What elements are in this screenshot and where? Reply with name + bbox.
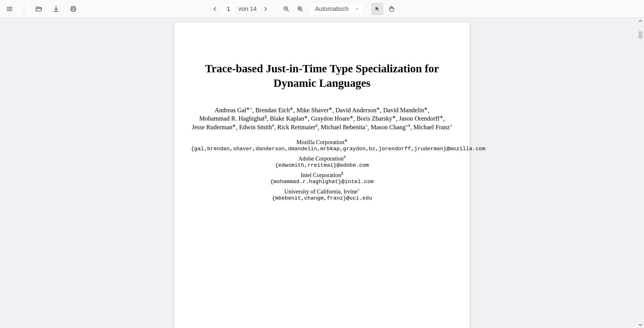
affiliation-name: Mozilla Corporation∗	[191, 139, 453, 146]
scroll-up-icon[interactable]	[638, 18, 643, 24]
scrollbar[interactable]	[637, 18, 644, 328]
print-icon	[70, 6, 77, 12]
affiliation-email: {edwsmith,rreitmai}@adobe.com	[191, 162, 453, 168]
open-file-button[interactable]	[33, 3, 45, 15]
affiliation-name: Intel Corporation$	[191, 172, 453, 179]
download-icon	[53, 6, 59, 12]
zoom-select-label: Automatisch	[315, 5, 349, 13]
scroll-thumb[interactable]	[638, 31, 642, 39]
scroll-down-icon[interactable]	[638, 322, 643, 328]
chevron-right-icon	[263, 6, 269, 12]
affiliation-name: Adobe Corporation#	[191, 155, 453, 162]
affiliation-block: University of California, Irvine+ {mbebe…	[191, 188, 453, 201]
menu-icon	[6, 6, 13, 12]
affiliation-email: {mohammad.r.haghighat}@intel.com	[191, 179, 453, 185]
page-count-label: von 14	[238, 5, 257, 13]
next-page-button[interactable]	[260, 3, 272, 15]
affiliation-email: {gal,brendan,shaver,danderson,dmandelin,…	[191, 146, 453, 152]
zoom-out-icon	[283, 6, 289, 12]
zoom-out-button[interactable]	[280, 3, 292, 15]
toolbar-center-group: von 14 Automatisch	[209, 3, 398, 15]
affiliation-block: Adobe Corporation# {edwsmith,rreitmai}@a…	[191, 155, 453, 168]
svg-line-6	[287, 10, 289, 11]
chevron-left-icon	[212, 6, 218, 12]
zoom-in-button[interactable]	[294, 3, 306, 15]
hand-icon	[388, 6, 394, 12]
toolbar-separator	[24, 5, 24, 13]
menu-button[interactable]	[3, 3, 16, 15]
print-button[interactable]	[67, 3, 79, 15]
affiliation-block: Mozilla Corporation∗ {gal,brendan,shaver…	[191, 139, 453, 152]
pdf-page: Trace-based Just-in-Time Type Specializa…	[174, 22, 470, 328]
paper-title: Trace-based Just-in-Time Type Specializa…	[191, 61, 453, 90]
svg-rect-3	[72, 6, 75, 8]
pdf-toolbar: von 14 Automatisch	[0, 0, 644, 18]
svg-line-9	[301, 10, 302, 11]
chevron-down-icon	[355, 7, 359, 11]
affiliation-block: Intel Corporation$ {mohammad.r.haghighat…	[191, 172, 453, 185]
author-line: Jesse Ruderman∗, Edwin Smith#, Rick Reit…	[191, 123, 453, 131]
author-line: Mohammad R. Haghighat$, Blake Kaplan∗, G…	[191, 114, 453, 123]
current-page-input[interactable]	[223, 4, 234, 14]
zoom-select[interactable]: Automatisch	[310, 3, 363, 15]
hand-tool-button[interactable]	[385, 3, 398, 15]
previous-page-button[interactable]	[209, 3, 221, 15]
author-line: Andreas Gal∗+, Brendan Eich∗, Mike Shave…	[191, 106, 453, 114]
zoom-in-icon	[297, 6, 303, 12]
paper-authors: Andreas Gal∗+, Brendan Eich∗, Mike Shave…	[191, 106, 453, 131]
pdf-viewer: Trace-based Just-in-Time Type Specializa…	[0, 18, 644, 328]
folder-open-icon	[35, 5, 42, 13]
svg-rect-4	[72, 9, 75, 11]
toolbar-left-group	[3, 3, 79, 15]
select-tool-button[interactable]	[371, 3, 384, 15]
cursor-icon	[374, 6, 381, 12]
affiliation-name: University of California, Irvine+	[191, 188, 453, 195]
download-button[interactable]	[50, 3, 62, 15]
affiliation-email: {mbebenit,changm,franz}@uci.edu	[191, 195, 453, 201]
